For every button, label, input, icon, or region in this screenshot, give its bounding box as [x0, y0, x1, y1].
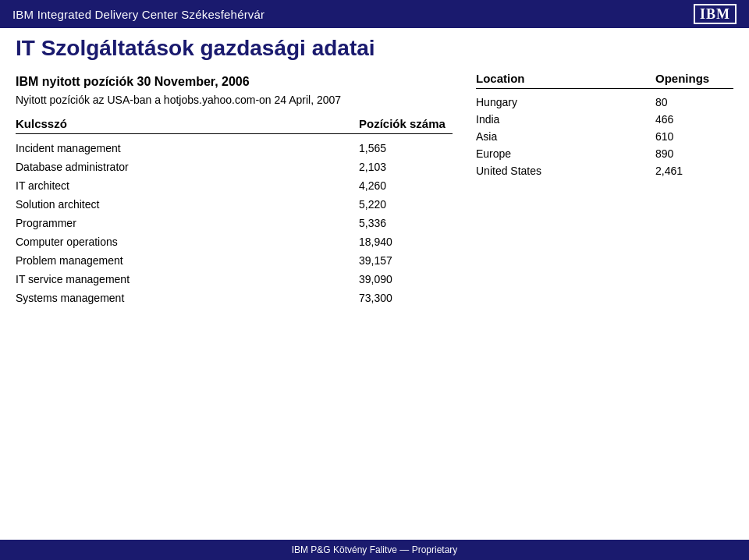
keyword-count: 2,103	[359, 161, 453, 173]
location-name: Asia	[476, 130, 655, 143]
keywords-col-label: Kulcsszó	[16, 117, 359, 130]
location-header: Location Openings	[476, 72, 733, 89]
page-title: IT Szolgáltatások gazdasági adatai	[0, 28, 749, 64]
location-openings: 2,461	[655, 165, 733, 177]
location-table: Location Openings Hungary80India466Asia6…	[476, 72, 733, 179]
header-bar: IBM Integrated Delivery Center Székesfeh…	[0, 0, 749, 28]
keyword-row: Systems management73,300	[16, 289, 453, 307]
keyword-name: IT service management	[16, 273, 359, 285]
keyword-name: Computer operations	[16, 236, 359, 248]
keywords-rows: Incident management1,565Database adminis…	[16, 139, 453, 307]
keyword-name: Incident management	[16, 142, 359, 154]
keywords-header: Kulcsszó Pozíciók száma	[16, 117, 453, 134]
header-title: IBM Integrated Delivery Center Székesfeh…	[12, 8, 264, 21]
keyword-row: IT service management39,090	[16, 270, 453, 289]
location-name: Europe	[476, 147, 655, 160]
keyword-name: IT architect	[16, 179, 359, 192]
keywords-col-count: Pozíciók száma	[359, 117, 453, 130]
location-name: Hungary	[476, 96, 655, 108]
keyword-row: IT architect4,260	[16, 176, 453, 195]
location-row: Asia610	[476, 128, 733, 145]
content-area: IBM nyitott pozíciók 30 November, 2006 N…	[0, 64, 749, 307]
keywords-section: Kulcsszó Pozíciók száma Incident managem…	[16, 117, 453, 307]
keyword-count: 4,260	[359, 179, 453, 192]
location-rows: Hungary80India466Asia610Europe890United …	[476, 94, 733, 179]
keyword-name: Programmer	[16, 217, 359, 229]
keyword-count: 5,220	[359, 198, 453, 211]
location-name: United States	[476, 165, 655, 177]
keyword-count: 39,157	[359, 254, 453, 267]
keyword-name: Systems management	[16, 292, 359, 304]
location-col-label: Location	[476, 72, 655, 85]
ibm-logo: IBM	[694, 4, 737, 24]
keyword-row: Computer operations18,940	[16, 232, 453, 251]
footer-text: IBM P&G Kötvény Falitve — Proprietary	[292, 544, 458, 555]
left-column: IBM nyitott pozíciók 30 November, 2006 N…	[16, 64, 468, 307]
footer-bar: IBM P&G Kötvény Falitve — Proprietary	[0, 540, 749, 560]
location-row: India466	[476, 111, 733, 128]
right-column: Location Openings Hungary80India466Asia6…	[468, 64, 733, 307]
keyword-count: 18,940	[359, 236, 453, 248]
keyword-row: Database administrator2,103	[16, 158, 453, 176]
keyword-count: 73,300	[359, 292, 453, 304]
keyword-name: Database administrator	[16, 161, 359, 173]
keyword-count: 5,336	[359, 217, 453, 229]
keyword-row: Solution architect5,220	[16, 195, 453, 214]
date-label: IBM nyitott pozíciók 30 November, 2006	[16, 75, 453, 89]
location-row: United States2,461	[476, 162, 733, 179]
keyword-row: Problem management39,157	[16, 251, 453, 270]
keyword-name: Solution architect	[16, 198, 359, 211]
date-sub: Nyitott pozíciók az USA-ban a hotjobs.ya…	[16, 94, 453, 106]
location-openings: 80	[655, 96, 733, 108]
keyword-count: 39,090	[359, 273, 453, 285]
keyword-count: 1,565	[359, 142, 453, 154]
openings-col-label: Openings	[655, 72, 733, 85]
location-openings: 466	[655, 113, 733, 126]
location-openings: 610	[655, 130, 733, 143]
location-openings: 890	[655, 147, 733, 160]
location-name: India	[476, 113, 655, 126]
keyword-row: Programmer5,336	[16, 214, 453, 232]
location-row: Europe890	[476, 145, 733, 162]
keyword-name: Problem management	[16, 254, 359, 267]
keyword-row: Incident management1,565	[16, 139, 453, 158]
location-row: Hungary80	[476, 94, 733, 111]
